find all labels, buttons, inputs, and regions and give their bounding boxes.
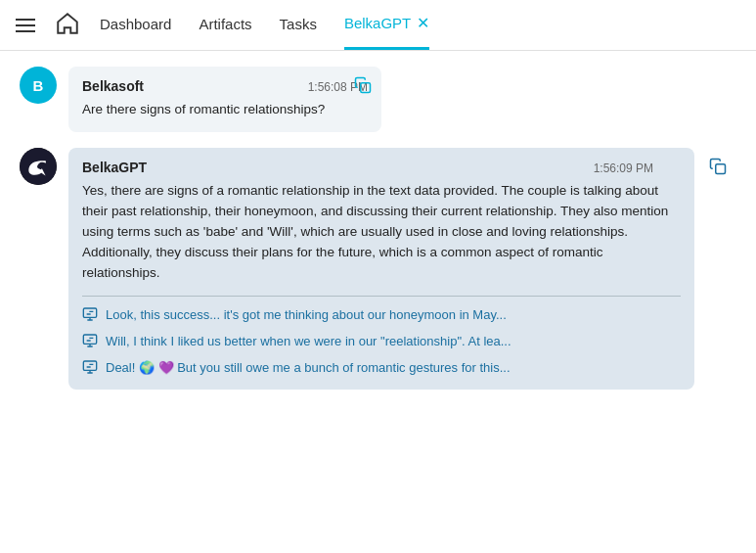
- tab-dashboard[interactable]: Dashboard: [100, 0, 171, 50]
- user-message-text: Are there signs of romantic relationship…: [82, 100, 368, 120]
- svg-rect-5: [716, 164, 726, 174]
- evidence-icon-3: [82, 359, 98, 378]
- nav-tabs: Dashboard Artifacts Tasks BelkaGPT ✕: [100, 0, 429, 50]
- close-belkagpt-icon[interactable]: ✕: [417, 14, 429, 32]
- hamburger-menu[interactable]: [16, 19, 35, 32]
- gpt-bubble: BelkaGPT 1:56:09 PM Yes, there are signs…: [68, 148, 694, 390]
- main-header: Dashboard Artifacts Tasks BelkaGPT ✕: [0, 0, 756, 51]
- gpt-bubble-wrapper: BelkaGPT 1:56:09 PM Yes, there are signs…: [68, 148, 736, 390]
- user-bubble-header: Belkasoft 1:56:08 PM: [82, 78, 368, 94]
- evidence-item-2[interactable]: Will, I think I liked us better when we …: [82, 333, 681, 351]
- tab-artifacts[interactable]: Artifacts: [199, 0, 251, 50]
- evidence-item-3[interactable]: Deal! 🌍 💜 But you still owe me a bunch o…: [82, 359, 681, 378]
- gpt-time: 1:56:09 PM: [594, 161, 653, 175]
- evidence-icon-2: [82, 333, 98, 351]
- copy-user-message-icon[interactable]: [354, 76, 372, 98]
- gpt-bubble-header: BelkaGPT 1:56:09 PM: [82, 160, 681, 175]
- evidence-text-3: Deal! 🌍 💜 But you still owe me a bunch o…: [106, 359, 511, 377]
- svg-rect-0: [361, 83, 371, 93]
- user-sender: Belkasoft: [82, 78, 144, 94]
- svg-rect-3: [83, 335, 96, 344]
- evidence-divider: [82, 296, 681, 297]
- gpt-message: BelkaGPT 1:56:09 PM Yes, there are signs…: [20, 148, 736, 390]
- chat-area: B Belkasoft 1:56:08 PM Are there signs o…: [0, 51, 756, 405]
- gpt-sender: BelkaGPT: [82, 160, 147, 175]
- tab-tasks[interactable]: Tasks: [280, 0, 317, 50]
- svg-rect-2: [83, 308, 96, 317]
- evidence-text-1: Look, this success... it's got me thinki…: [106, 306, 507, 324]
- svg-rect-4: [83, 361, 96, 370]
- home-icon[interactable]: [55, 11, 80, 40]
- evidence-list: Look, this success... it's got me thinki…: [82, 306, 681, 378]
- svg-point-1: [20, 148, 57, 185]
- evidence-icon-1: [82, 306, 98, 325]
- user-avatar: B: [20, 67, 57, 104]
- evidence-text-2: Will, I think I liked us better when we …: [106, 333, 511, 350]
- gpt-message-body: Yes, there are signs of a romantic relat…: [82, 181, 681, 284]
- tab-belkagpt[interactable]: BelkaGPT ✕: [344, 0, 429, 50]
- user-message: B Belkasoft 1:56:08 PM Are there signs o…: [20, 67, 736, 132]
- user-bubble: Belkasoft 1:56:08 PM Are there signs of …: [68, 67, 381, 132]
- evidence-item-1[interactable]: Look, this success... it's got me thinki…: [82, 306, 681, 325]
- gpt-avatar: [20, 148, 57, 185]
- copy-gpt-message-icon[interactable]: [709, 158, 727, 179]
